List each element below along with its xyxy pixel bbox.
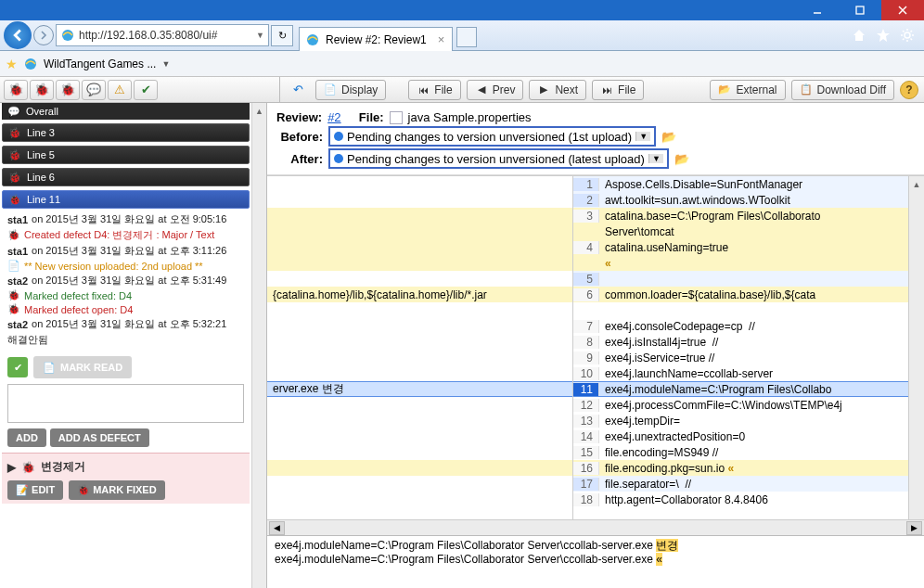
ie-icon: [305, 32, 320, 47]
mark-fixed-button[interactable]: 🐞 MARK FIXED: [69, 480, 165, 500]
diff-left-pane[interactable]: {catalina.home}/lib,${catalina.home}/lib…: [267, 176, 573, 519]
review-header: Review: #2 File: java Sample.properties …: [267, 103, 924, 175]
bug-icon: 🐞: [21, 461, 35, 474]
forward-button[interactable]: [33, 25, 54, 45]
window-close-button[interactable]: [881, 0, 924, 20]
diff-detail-panel: exe4j.moduleName=C:\Program Files\Collab…: [267, 535, 924, 588]
diff-view: {catalina.home}/lib,${catalina.home}/lib…: [267, 175, 924, 519]
refresh-button[interactable]: ↻: [271, 25, 293, 46]
defect-panel: ▶🐞변경제거 📝 EDIT 🐞 MARK FIXED: [2, 453, 250, 504]
bug-open-icon: 🐞: [7, 303, 20, 315]
settings-gear-icon[interactable]: [900, 28, 915, 43]
ie-icon: [23, 57, 38, 71]
browser-tab[interactable]: Review #2: Review1 ×: [299, 27, 453, 51]
sidebar-line-3[interactable]: 🐞Line 3: [2, 123, 250, 142]
url-dropdown-icon[interactable]: ▼: [256, 31, 264, 40]
bug-filter-green-button[interactable]: 🐞: [30, 80, 54, 100]
mark-read-button[interactable]: 📄MARK READ: [33, 356, 132, 378]
expand-icon[interactable]: ▶: [7, 461, 16, 474]
open-folder-icon[interactable]: 📂: [661, 130, 676, 144]
window-minimize-button[interactable]: [796, 0, 839, 20]
favorites-icon[interactable]: ★: [6, 57, 18, 71]
sidebar: 💬Overall 🐞Line 3 🐞Line 5 🐞Line 6 🐞Line 1…: [0, 103, 267, 588]
browser-tools: [852, 28, 920, 43]
vertical-scrollbar[interactable]: ▲: [908, 176, 924, 519]
ie-icon: [60, 28, 75, 43]
favorites-star-icon[interactable]: [876, 28, 891, 43]
file-next-button[interactable]: ⏭File: [592, 80, 644, 100]
open-folder-icon[interactable]: 📂: [674, 152, 689, 166]
bug-filter-red-button[interactable]: 🐞: [4, 80, 28, 100]
before-version-select[interactable]: Pending changes to version unversioned (…: [328, 126, 656, 147]
sidebar-line-6[interactable]: 🐞Line 6: [2, 168, 250, 186]
url-text: http://192.168.0.35:8080/ui#: [79, 29, 217, 42]
activity-log: sta1 on 2015년 3월 31일 화요일 at 오전 9:05:16 🐞…: [2, 209, 250, 351]
favorite-dropdown-icon[interactable]: ▼: [161, 59, 170, 69]
add-as-defect-button[interactable]: ADD AS DEFECT: [50, 428, 149, 447]
sidebar-scrollbar[interactable]: ▲: [251, 103, 266, 588]
svg-point-6: [905, 32, 910, 38]
diff-right-pane[interactable]: 1Aspose.Cells.Disable=SunFontManager2awt…: [573, 176, 924, 519]
horizontal-scrollbar[interactable]: ◀ ▶: [267, 519, 924, 535]
review-link[interactable]: #2: [327, 110, 340, 124]
bug-refresh-button[interactable]: 🐞: [56, 80, 80, 100]
file-icon: [390, 111, 403, 124]
window-maximize-button[interactable]: [839, 0, 881, 20]
undo-button[interactable]: ↶: [286, 80, 310, 100]
add-button[interactable]: ADD: [7, 428, 46, 447]
warning-button[interactable]: ⚠: [108, 80, 132, 100]
prev-button[interactable]: ◀Prev: [467, 80, 524, 100]
file-name: java Sample.properties: [408, 110, 532, 124]
download-diff-button[interactable]: 📋Download Diff: [791, 80, 894, 100]
scroll-right-button[interactable]: ▶: [906, 521, 922, 535]
overall-header[interactable]: 💬Overall: [2, 103, 250, 120]
back-button[interactable]: [4, 21, 32, 49]
external-button[interactable]: 📂External: [710, 80, 785, 100]
comment-input[interactable]: [7, 384, 244, 423]
sidebar-line-5[interactable]: 🐞Line 5: [2, 146, 250, 164]
sidebar-line-11[interactable]: 🐞Line 11: [2, 190, 250, 209]
scroll-left-button[interactable]: ◀: [269, 521, 285, 535]
new-tab-button[interactable]: [456, 27, 477, 47]
accept-button[interactable]: ✔: [134, 80, 158, 100]
comment-button[interactable]: 💬: [82, 80, 106, 100]
home-icon[interactable]: [852, 28, 866, 43]
upload-icon: 📄: [7, 260, 20, 272]
file-prev-button[interactable]: ⏮File: [408, 80, 460, 100]
window-titlebar: [0, 0, 924, 20]
next-button[interactable]: ▶Next: [529, 80, 586, 100]
favorite-link[interactable]: WildTangent Games ...: [44, 58, 156, 70]
diff-line-after: exe4j.moduleName=C:\Program Files\Collab…: [275, 553, 917, 568]
content-area: Review: #2 File: java Sample.properties …: [267, 103, 924, 588]
favorites-bar: ★ WildTangent Games ... ▼: [0, 51, 924, 77]
app-toolbar: 🐞 🐞 🐞 💬 ⚠ ✔ ↶ 📄Display ⏮File ◀Prev ▶Next…: [0, 77, 924, 103]
tab-close-button[interactable]: ×: [438, 32, 445, 46]
bug-icon: 🐞: [7, 229, 20, 241]
address-bar[interactable]: http://192.168.0.35:8080/ui# ▼: [56, 24, 269, 46]
edit-button[interactable]: 📝 EDIT: [7, 480, 63, 500]
svg-rect-1: [856, 6, 864, 14]
after-version-select[interactable]: Pending changes to version unversioned (…: [328, 148, 669, 169]
help-button[interactable]: ?: [900, 81, 918, 99]
approve-button[interactable]: ✔: [7, 357, 28, 377]
browser-nav-bar: http://192.168.0.35:8080/ui# ▼ ↻ Review …: [0, 20, 924, 51]
tab-title: Review #2: Review1: [326, 33, 427, 46]
display-button[interactable]: 📄Display: [315, 80, 386, 100]
bug-fixed-icon: 🐞: [7, 289, 20, 301]
diff-line-before: exe4j.moduleName=C:\Program Files\Collab…: [275, 538, 917, 553]
